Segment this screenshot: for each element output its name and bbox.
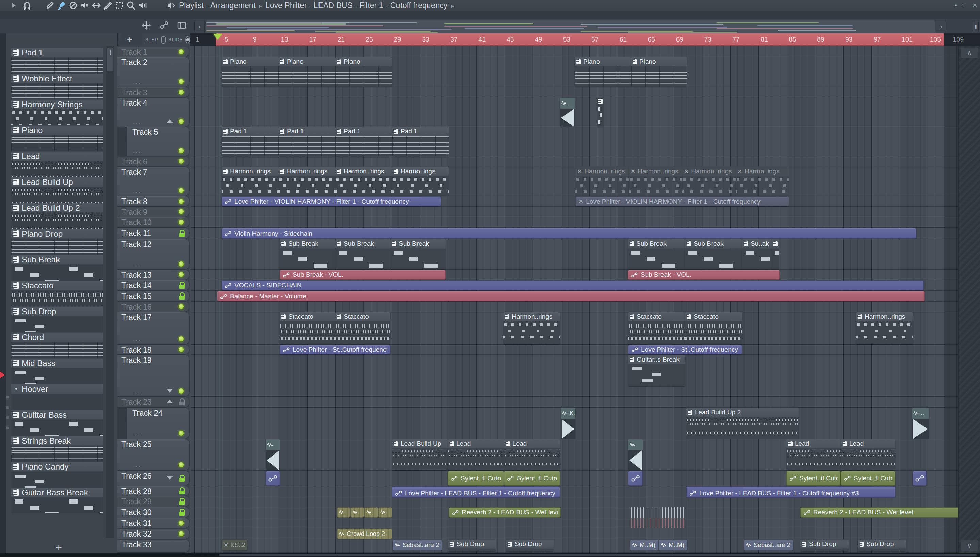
playlist-grid[interactable]: PianoPianoPianoPianoPianoPad 1Pad 1Pad 1… — [190, 46, 959, 553]
add-arrangement-tab[interactable]: + — [117, 33, 142, 46]
pattern-clip[interactable]: Staccato — [685, 312, 742, 344]
pattern-item-title[interactable]: Piano — [11, 125, 103, 135]
automation-clip[interactable]: ✕Love Philter - VIOLIN HARMONY - Filter … — [575, 197, 789, 206]
track-options-dots[interactable]: ... — [133, 430, 141, 437]
track-enable-led[interactable] — [178, 271, 185, 278]
pattern-clip[interactable]: Piano — [575, 57, 631, 87]
pattern-clip[interactable] — [771, 239, 779, 269]
pattern-preview[interactable] — [11, 342, 103, 358]
track-header-track-32[interactable]: Track 32 — [117, 529, 189, 539]
track-header-track-17[interactable]: Track 17... — [117, 312, 189, 344]
automation-clip[interactable]: Reeverb 2 - LEAD BUS - Wet level — [800, 507, 967, 518]
pattern-clip[interactable]: ✕Harmo..ings — [736, 167, 789, 196]
automation-clip[interactable]: Violin Harmony - Sidechain — [222, 228, 917, 239]
automation-clip[interactable]: Love Philter - St..Cutoff frequency — [280, 345, 390, 354]
audio-clip[interactable]: M..M) — [630, 540, 659, 550]
pattern-preview[interactable] — [11, 497, 103, 513]
track-header-track-11[interactable]: Track 11 — [117, 228, 189, 239]
pattern-item[interactable]: Staccato — [11, 281, 103, 306]
pattern-item-title[interactable]: Piano Drop — [11, 229, 103, 238]
pattern-preview[interactable] — [11, 290, 103, 306]
track-header-track-23[interactable]: Track 23 — [117, 397, 189, 407]
pattern-clip[interactable]: Piano — [631, 57, 687, 87]
audio-fade-clip[interactable]: K.. — [561, 408, 575, 438]
stem-lines-clip[interactable] — [631, 507, 686, 518]
track-enable-led[interactable] — [178, 430, 185, 436]
track-header-track-13[interactable]: Track 13 — [117, 270, 189, 280]
zoom-tool-icon[interactable] — [126, 0, 136, 11]
loop-region[interactable] — [216, 33, 944, 46]
delete-tool-icon[interactable] — [68, 0, 78, 11]
mini-pattern-clip[interactable] — [597, 98, 604, 127]
pattern-clip[interactable]: Lead — [504, 439, 560, 470]
automation-clip[interactable]: Sylent..tl Cutoff — [786, 471, 841, 485]
pattern-clip[interactable]: Staccato — [335, 312, 390, 344]
track-enable-led[interactable] — [178, 49, 185, 55]
track-header-track-3[interactable]: Track 3 — [117, 88, 189, 97]
select-tool-icon[interactable] — [114, 0, 125, 11]
pattern-preview[interactable] — [11, 446, 103, 462]
pattern-clip[interactable]: Pad 1 — [392, 127, 449, 156]
group-collapse-arrow-icon[interactable] — [167, 476, 173, 480]
track-header-track-10[interactable]: Track 10 — [117, 217, 189, 228]
step-toggle[interactable] — [161, 36, 166, 44]
pattern-item-title[interactable]: Wobble Effect — [11, 74, 103, 83]
pattern-preview[interactable] — [11, 135, 103, 151]
automation-link-clip[interactable] — [266, 471, 280, 485]
track-enable-led[interactable] — [178, 89, 185, 95]
pattern-item[interactable]: Guittar Bass — [11, 410, 103, 436]
pattern-item[interactable]: Sub Break — [11, 255, 103, 280]
automation-clip[interactable]: Love Philter - St..Cutoff frequency — [628, 345, 742, 354]
track-header-track-4[interactable]: Track 4... — [117, 98, 189, 127]
pattern-clip[interactable]: Piano — [278, 57, 335, 87]
hscroll-handle[interactable] — [219, 554, 977, 556]
pattern-clip[interactable]: Sub Drop — [858, 540, 906, 551]
automation-clip[interactable]: Reeverb 2 - LEAD BUS - Wet level — [449, 507, 561, 518]
audio-clip[interactable]: Crowd Loop 2 — [337, 529, 392, 539]
pattern-clip[interactable]: Sub Drop — [506, 540, 553, 551]
audio-fade-clip[interactable]: .. — [912, 408, 929, 438]
pattern-clip[interactable]: Su..ak — [742, 239, 771, 269]
pattern-item-title[interactable]: Sub Break — [11, 255, 103, 264]
pattern-item[interactable]: Lead Build Up — [11, 178, 103, 203]
audio-clip[interactable]: Sebast..are 2 — [744, 540, 793, 550]
pattern-item[interactable]: Strings Break — [11, 436, 103, 462]
playback-tool-icon[interactable] — [138, 0, 148, 11]
pattern-clip[interactable]: Lead — [448, 439, 504, 470]
pattern-item[interactable]: Lead Build Up 2 — [11, 203, 103, 229]
track-enable-led[interactable] — [178, 158, 185, 164]
track-header-track-30[interactable]: Track 30 — [117, 507, 189, 518]
audio-clip[interactable]: Sebast..are 2 — [393, 540, 442, 550]
pattern-item[interactable]: Chord — [11, 333, 103, 358]
pattern-clip[interactable]: Pad 1 — [278, 127, 335, 156]
horizontal-scrollbar[interactable] — [0, 553, 980, 557]
slip-tool-icon[interactable] — [91, 0, 101, 11]
pattern-item-title[interactable]: Piano Candy — [11, 462, 103, 471]
automation-clip[interactable]: Sylent..tl Cutoff — [841, 471, 895, 485]
pattern-item[interactable]: Piano — [11, 125, 103, 151]
automation-clip[interactable]: Sylent..tl Cutoff — [448, 471, 504, 485]
audio-clip[interactable]: M..M) — [659, 540, 687, 550]
track-enable-led[interactable] — [178, 520, 185, 526]
pattern-preview[interactable] — [11, 57, 103, 73]
automation-clip[interactable]: Balance - Master - Volume — [217, 291, 925, 301]
target-picker-icon[interactable] — [165, 0, 175, 11]
track-header-track-25[interactable]: Track 25... — [117, 439, 189, 470]
pattern-item-title[interactable]: Staccato — [11, 281, 103, 290]
scroll-left-button[interactable]: ‹ — [194, 20, 204, 33]
pattern-preview[interactable] — [11, 161, 103, 177]
track-header-track-19[interactable]: Track 19... — [117, 355, 189, 396]
pattern-item-title[interactable]: Strings Break — [11, 436, 103, 445]
scrollbar-thumb[interactable] — [107, 48, 113, 72]
track-header-track-14[interactable]: Track 14 — [117, 280, 189, 290]
pattern-preview[interactable] — [11, 187, 103, 203]
audio-clip[interactable] — [378, 507, 392, 518]
scroll-up-button[interactable]: ∧ — [961, 48, 978, 58]
group-collapse-arrow-icon[interactable] — [167, 119, 173, 123]
pattern-item-title[interactable]: Mid Bass — [11, 358, 103, 368]
play-arrow-icon[interactable] — [8, 0, 18, 11]
audio-clip[interactable]: ✕KS..2 — [222, 540, 247, 550]
pattern-item[interactable]: •Hoover — [11, 384, 103, 410]
link-tool-icon[interactable] — [159, 20, 169, 30]
pattern-clip[interactable]: Sub Break — [335, 239, 390, 269]
